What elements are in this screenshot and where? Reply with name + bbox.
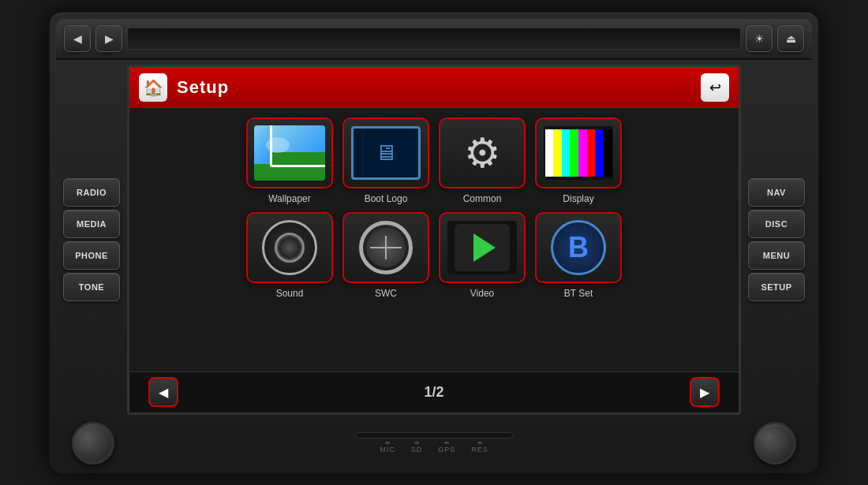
bottom-bar: MIC SD GPS RES bbox=[56, 420, 812, 467]
page-indicator: 1/2 bbox=[424, 384, 443, 401]
color-bar-black bbox=[604, 129, 612, 177]
tone-button[interactable]: TONE bbox=[63, 273, 120, 301]
top-bar: ◀ ▶ ☀ ⏏ bbox=[56, 19, 812, 60]
boot-logo-label: Boot Logo bbox=[365, 193, 408, 204]
play-triangle-icon bbox=[473, 233, 496, 262]
swc-icon-box bbox=[342, 212, 429, 283]
setup-title: Setup bbox=[177, 77, 691, 98]
steering-wheel-icon bbox=[359, 221, 413, 274]
mic-label: MIC bbox=[380, 446, 395, 453]
gps-dot bbox=[444, 442, 449, 444]
radio-button[interactable]: RADIO bbox=[63, 178, 120, 207]
eject-button[interactable]: ⏏ bbox=[777, 25, 804, 52]
right-side-buttons: NAV DISC MENU SETUP bbox=[741, 65, 812, 415]
color-bar-blue bbox=[595, 129, 604, 177]
video-play-icon bbox=[455, 224, 510, 271]
sd-dot bbox=[414, 442, 419, 444]
common-label: Common bbox=[463, 193, 502, 204]
main-area: RADIO MEDIA PHONE TONE 🏠 Setup ↩ bbox=[56, 60, 812, 420]
sd-indicator: SD bbox=[411, 442, 423, 453]
wallpaper-frame bbox=[270, 125, 325, 167]
nav-prev-button[interactable]: ◀ bbox=[148, 377, 178, 407]
res-label: RES bbox=[471, 446, 488, 453]
display-icon-box bbox=[535, 118, 622, 188]
swc-label: SWC bbox=[375, 288, 397, 299]
color-bar-red bbox=[587, 129, 596, 177]
left-knob[interactable] bbox=[72, 422, 114, 464]
setup-button[interactable]: SETUP bbox=[748, 273, 805, 301]
cd-slot bbox=[127, 28, 741, 50]
bottom-indicators: MIC SD GPS RES bbox=[380, 442, 488, 453]
video-item[interactable]: Video bbox=[439, 212, 526, 299]
home-icon[interactable]: 🏠 bbox=[139, 73, 167, 102]
sound-icon bbox=[262, 220, 317, 275]
color-bar-white bbox=[545, 129, 554, 177]
menu-button[interactable]: MENU bbox=[748, 241, 805, 270]
color-bars bbox=[545, 129, 612, 177]
sd-label: SD bbox=[411, 446, 423, 453]
swc-icon bbox=[354, 220, 417, 275]
gps-label: GPS bbox=[438, 446, 455, 453]
brightness-button[interactable]: ☀ bbox=[746, 25, 773, 52]
common-item[interactable]: ⚙ Common bbox=[439, 118, 526, 204]
color-bar-cyan bbox=[562, 129, 571, 177]
color-bar-yellow bbox=[553, 129, 562, 177]
wallpaper-item[interactable]: Wallpaper bbox=[246, 118, 333, 204]
prev-track-button[interactable]: ◀ bbox=[64, 25, 91, 52]
color-bar-magenta bbox=[578, 129, 587, 177]
common-icon: ⚙ bbox=[451, 125, 514, 181]
next-track-button[interactable]: ▶ bbox=[95, 25, 122, 52]
res-dot bbox=[477, 442, 482, 444]
setup-header: 🏠 Setup ↩ bbox=[129, 67, 739, 108]
color-bar-green bbox=[570, 129, 578, 177]
bottom-slot bbox=[355, 432, 513, 438]
boot-logo-icon-box: 🖥 bbox=[342, 118, 429, 188]
bt-set-label: BT Set bbox=[564, 288, 593, 299]
wallpaper-icon bbox=[254, 125, 325, 181]
grid-area: Wallpaper 🖥 Boot Logo ⚙ Com bbox=[129, 108, 739, 371]
bt-icon: B bbox=[547, 220, 610, 275]
bottom-center: MIC SD GPS RES bbox=[355, 432, 513, 453]
wallpaper-icon-box bbox=[246, 118, 333, 188]
nav-bar: ◀ 1/2 ▶ bbox=[129, 371, 739, 412]
gps-indicator: GPS bbox=[438, 442, 455, 453]
camera-lens-icon bbox=[275, 233, 305, 263]
video-icon bbox=[447, 221, 517, 274]
nav-button[interactable]: NAV bbox=[748, 178, 805, 207]
common-icon-box: ⚙ bbox=[439, 118, 526, 188]
head-unit: ◀ ▶ ☀ ⏏ RADIO MEDIA PHONE TONE 🏠 Setup ↩ bbox=[47, 10, 821, 476]
phone-button[interactable]: PHONE bbox=[63, 241, 120, 270]
res-indicator: RES bbox=[471, 442, 488, 453]
sound-item[interactable]: Sound bbox=[246, 212, 333, 299]
bt-set-icon-box: B bbox=[535, 212, 622, 283]
grid-row-1: Wallpaper 🖥 Boot Logo ⚙ Com bbox=[142, 118, 726, 204]
boot-logo-icon: 🖥 bbox=[351, 126, 421, 180]
sound-label: Sound bbox=[276, 288, 304, 299]
bt-set-item[interactable]: B BT Set bbox=[535, 212, 622, 299]
grid-row-2: Sound SWC bbox=[142, 212, 726, 299]
left-side-buttons: RADIO MEDIA PHONE TONE bbox=[56, 65, 127, 415]
right-knob[interactable] bbox=[754, 422, 796, 464]
wallpaper-label: Wallpaper bbox=[268, 193, 311, 204]
screen: 🏠 Setup ↩ bbox=[127, 65, 741, 415]
bluetooth-circle-icon: B bbox=[551, 220, 606, 275]
display-item[interactable]: Display bbox=[535, 118, 622, 204]
display-icon bbox=[544, 126, 613, 180]
boot-logo-item[interactable]: 🖥 Boot Logo bbox=[342, 118, 429, 204]
nav-next-button[interactable]: ▶ bbox=[690, 377, 720, 407]
mic-dot bbox=[385, 442, 390, 444]
mic-indicator: MIC bbox=[380, 442, 395, 453]
disc-button[interactable]: DISC bbox=[748, 210, 805, 238]
sound-icon-box bbox=[246, 212, 333, 283]
swc-item[interactable]: SWC bbox=[342, 212, 429, 299]
media-button[interactable]: MEDIA bbox=[63, 210, 120, 238]
back-button[interactable]: ↩ bbox=[701, 73, 729, 102]
display-label: Display bbox=[563, 193, 593, 204]
video-icon-box bbox=[439, 212, 526, 283]
video-label: Video bbox=[470, 288, 494, 299]
